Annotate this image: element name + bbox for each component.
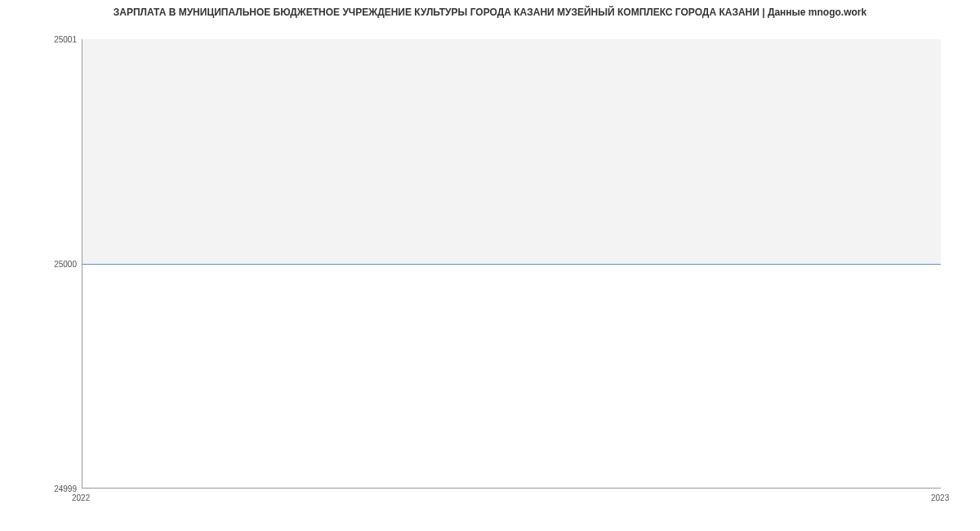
x-tick-label: 2023 bbox=[931, 493, 949, 502]
plot-area bbox=[82, 39, 941, 489]
y-tick-label: 25000 bbox=[54, 260, 77, 269]
plot-background-band bbox=[82, 39, 941, 264]
data-line bbox=[82, 264, 941, 265]
chart-title: ЗАРПЛАТА В МУНИЦИПАЛЬНОЕ БЮДЖЕТНОЕ УЧРЕЖ… bbox=[0, 7, 980, 18]
y-tick-label: 24999 bbox=[54, 484, 77, 493]
x-tick-label: 2022 bbox=[72, 493, 90, 502]
y-tick-label: 25001 bbox=[54, 35, 77, 44]
